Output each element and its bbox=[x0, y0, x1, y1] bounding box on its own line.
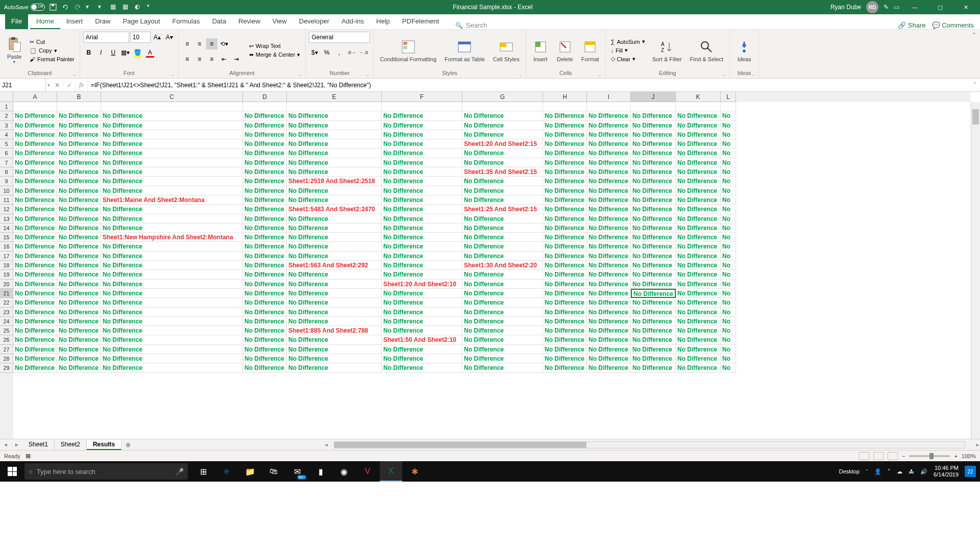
cell-C6[interactable]: No Difference bbox=[101, 148, 243, 158]
cell-F16[interactable]: No Difference bbox=[382, 242, 462, 251]
cell-D29[interactable]: No Difference bbox=[243, 363, 287, 372]
cell-A12[interactable]: No Difference bbox=[13, 205, 57, 214]
decrease-decimal-button[interactable]: ←.0 bbox=[358, 47, 369, 58]
cell-K18[interactable]: No Difference bbox=[676, 261, 721, 270]
onedrive-icon[interactable]: ☁ bbox=[897, 468, 902, 475]
cell-L22[interactable]: No bbox=[721, 298, 736, 307]
autosum-button[interactable]: ∑AutoSum ▾ bbox=[609, 38, 647, 45]
cell-I12[interactable]: No Difference bbox=[587, 205, 631, 214]
cell-G13[interactable]: No Difference bbox=[462, 214, 543, 223]
user-avatar[interactable]: RD bbox=[866, 1, 878, 13]
cell-D28[interactable]: No Difference bbox=[243, 354, 287, 363]
cell-A24[interactable]: No Difference bbox=[13, 317, 57, 326]
cell-D24[interactable]: No Difference bbox=[243, 317, 287, 326]
tray-up-icon[interactable]: ˄ bbox=[888, 468, 891, 475]
cell-G24[interactable]: No Difference bbox=[462, 317, 543, 326]
cell-C3[interactable]: No Difference bbox=[101, 121, 243, 130]
cell-L23[interactable]: No bbox=[721, 308, 736, 317]
select-all-corner[interactable] bbox=[0, 92, 13, 102]
cell-K16[interactable]: No Difference bbox=[676, 242, 721, 251]
row-header-22[interactable]: 22 bbox=[0, 298, 13, 307]
copy-button[interactable]: 📋Copy ▾ bbox=[28, 47, 77, 55]
cell-J5[interactable]: No Difference bbox=[631, 139, 676, 148]
cell-J19[interactable]: No Difference bbox=[631, 270, 676, 279]
col-header-I[interactable]: I bbox=[587, 92, 631, 102]
italic-button[interactable]: I bbox=[95, 47, 107, 58]
cell-E9[interactable]: Sheet1:2519 And Sheet2:2518 bbox=[287, 177, 382, 186]
row-header-14[interactable]: 14 bbox=[0, 223, 13, 233]
cell-I27[interactable]: No Difference bbox=[587, 345, 631, 354]
cell-A18[interactable]: No Difference bbox=[13, 261, 57, 270]
cell-E5[interactable]: No Difference bbox=[287, 139, 382, 148]
cell-H27[interactable]: No Difference bbox=[543, 345, 587, 354]
cell-D1[interactable] bbox=[243, 102, 287, 111]
qat-icon-1[interactable]: ▾ bbox=[86, 3, 94, 11]
store-icon[interactable]: 🛍 bbox=[262, 461, 285, 482]
cell-A19[interactable]: No Difference bbox=[13, 270, 57, 279]
cell-A17[interactable]: No Difference bbox=[13, 252, 57, 261]
cell-E14[interactable]: No Difference bbox=[287, 223, 382, 233]
cell-L14[interactable]: No bbox=[721, 223, 736, 233]
cell-H9[interactable]: No Difference bbox=[543, 177, 587, 186]
align-bottom-icon[interactable]: ≡ bbox=[206, 38, 217, 49]
row-header-27[interactable]: 27 bbox=[0, 345, 13, 354]
cell-I20[interactable]: No Difference bbox=[587, 280, 631, 289]
cell-L21[interactable]: No bbox=[721, 289, 736, 298]
cell-F1[interactable] bbox=[382, 102, 462, 111]
cell-L19[interactable]: No bbox=[721, 270, 736, 279]
align-left-icon[interactable]: ≡ bbox=[182, 54, 193, 65]
clock[interactable]: 10:46 PM 6/14/2019 bbox=[934, 465, 959, 478]
cell-F17[interactable]: No Difference bbox=[382, 252, 462, 261]
cell-J25[interactable]: No Difference bbox=[631, 326, 676, 335]
cell-C1[interactable] bbox=[101, 102, 243, 111]
cell-E22[interactable]: No Difference bbox=[287, 298, 382, 307]
cell-H2[interactable]: No Difference bbox=[543, 111, 587, 120]
cell-I22[interactable]: No Difference bbox=[587, 298, 631, 307]
cell-J10[interactable]: No Difference bbox=[631, 186, 676, 195]
cell-A21[interactable]: No Difference bbox=[13, 289, 57, 298]
tab-page-layout[interactable]: Page Layout bbox=[117, 14, 166, 29]
cell-J18[interactable]: No Difference bbox=[631, 261, 676, 270]
cell-A25[interactable]: No Difference bbox=[13, 326, 57, 335]
cell-E10[interactable]: No Difference bbox=[287, 186, 382, 195]
cell-D23[interactable]: No Difference bbox=[243, 308, 287, 317]
cell-I7[interactable]: No Difference bbox=[587, 158, 631, 167]
cell-G15[interactable]: No Difference bbox=[462, 233, 543, 242]
cell-G1[interactable] bbox=[462, 102, 543, 111]
cell-D11[interactable]: No Difference bbox=[243, 195, 287, 205]
cell-J23[interactable]: No Difference bbox=[631, 308, 676, 317]
cell-F18[interactable]: No Difference bbox=[382, 261, 462, 270]
cell-G19[interactable]: No Difference bbox=[462, 270, 543, 279]
cell-F29[interactable]: No Difference bbox=[382, 363, 462, 372]
cell-L29[interactable]: No bbox=[721, 363, 736, 372]
cell-E8[interactable]: No Difference bbox=[287, 167, 382, 177]
cell-K9[interactable]: No Difference bbox=[676, 177, 721, 186]
cell-K4[interactable]: No Difference bbox=[676, 130, 721, 139]
chrome-icon[interactable]: ◉ bbox=[333, 461, 355, 482]
cell-F2[interactable]: No Difference bbox=[382, 111, 462, 120]
cell-J8[interactable]: No Difference bbox=[631, 167, 676, 177]
cell-I19[interactable]: No Difference bbox=[587, 270, 631, 279]
formula-input[interactable]: =IF(Sheet1!J21<>Sheet2!J21, "Sheet1:" & … bbox=[88, 82, 970, 89]
cell-G22[interactable]: No Difference bbox=[462, 298, 543, 307]
cell-H7[interactable]: No Difference bbox=[543, 158, 587, 167]
cell-G25[interactable]: No Difference bbox=[462, 326, 543, 335]
cell-E11[interactable]: No Difference bbox=[287, 195, 382, 205]
expand-formula-bar-button[interactable]: ˅ bbox=[970, 82, 980, 89]
cell-B4[interactable]: No Difference bbox=[57, 130, 101, 139]
cell-J22[interactable]: No Difference bbox=[631, 298, 676, 307]
cell-L2[interactable]: No bbox=[721, 111, 736, 120]
cell-A8[interactable]: No Difference bbox=[13, 167, 57, 177]
cell-I10[interactable]: No Difference bbox=[587, 186, 631, 195]
cell-D3[interactable]: No Difference bbox=[243, 121, 287, 130]
cell-B24[interactable]: No Difference bbox=[57, 317, 101, 326]
increase-indent-icon[interactable]: ⇥ bbox=[231, 54, 242, 65]
cell-C21[interactable]: No Difference bbox=[101, 289, 243, 298]
cell-D27[interactable]: No Difference bbox=[243, 345, 287, 354]
cell-J29[interactable]: No Difference bbox=[631, 363, 676, 372]
cell-D7[interactable]: No Difference bbox=[243, 158, 287, 167]
row-header-26[interactable]: 26 bbox=[0, 335, 13, 344]
cell-J9[interactable]: No Difference bbox=[631, 177, 676, 186]
orientation-icon[interactable]: ⟲▾ bbox=[218, 38, 230, 49]
cell-E15[interactable]: No Difference bbox=[287, 233, 382, 242]
